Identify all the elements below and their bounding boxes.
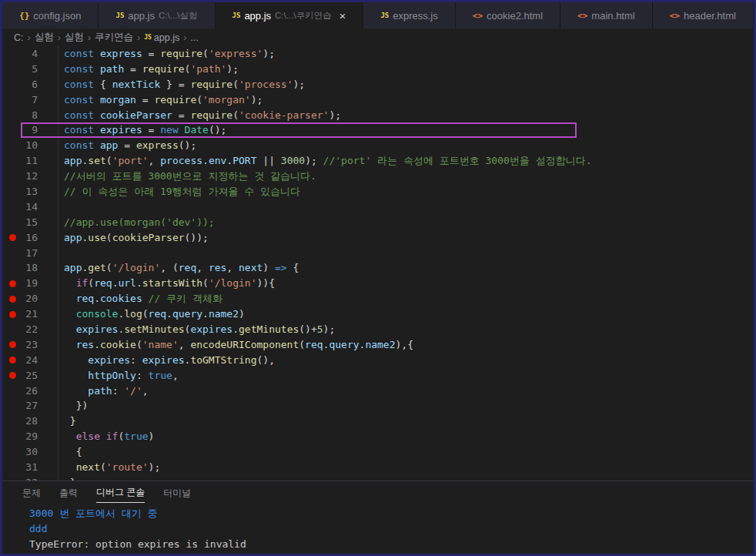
- breadcrumb-item[interactable]: 실험: [65, 31, 84, 44]
- breakpoint-icon: [9, 280, 16, 287]
- breakpoint-zone[interactable]: [2, 153, 22, 169]
- code-token: cookies: [100, 293, 142, 304]
- code-token: [64, 323, 76, 335]
- vscode-window: {}config.jsonJSapp.jsC:\...\실험JSapp.jsC:…: [0, 0, 756, 556]
- editor-tab[interactable]: <>cookie2.html: [456, 2, 560, 28]
- breakpoint-zone[interactable]: [2, 246, 22, 261]
- breadcrumb-item[interactable]: ...: [190, 32, 198, 43]
- breadcrumb-item[interactable]: 쿠키연습: [95, 31, 133, 44]
- code-token: httpOnly: [88, 370, 136, 381]
- tab-label: express.js: [393, 10, 438, 22]
- breakpoint-zone[interactable]: [2, 46, 22, 62]
- code-token: :: [112, 385, 125, 397]
- gutter-divider: [38, 306, 59, 322]
- code-token: if: [76, 277, 89, 289]
- editor-tab-bar: {}config.jsonJSapp.jsC:\...\실험JSapp.jsC:…: [2, 2, 754, 28]
- breakpoint-zone[interactable]: [2, 429, 22, 444]
- code-token: express: [136, 139, 179, 151]
- breakpoint-icon: [9, 296, 16, 303]
- breakpoint-zone[interactable]: [2, 108, 22, 123]
- breadcrumb-item[interactable]: C:: [14, 32, 24, 43]
- breakpoint-zone[interactable]: [2, 337, 22, 353]
- panel-tab[interactable]: 디버그 콘솔: [87, 481, 154, 504]
- code-token: encodeURIComponent: [190, 339, 299, 350]
- line-number: 10: [22, 138, 38, 153]
- code-token: expires: [190, 323, 232, 335]
- breakpoint-icon: [9, 341, 16, 348]
- breadcrumb-label: app.js: [154, 32, 179, 43]
- code-token: path: [88, 385, 112, 397]
- gutter-divider: [38, 322, 59, 337]
- breakpoint-zone[interactable]: [2, 122, 22, 138]
- breakpoint-zone[interactable]: [2, 291, 22, 306]
- breakpoint-zone[interactable]: [2, 138, 22, 153]
- debug-console-output[interactable]: 3000 번 포트에서 대기 중dddTypeError: option exp…: [2, 504, 754, 554]
- breakpoint-zone[interactable]: [2, 398, 22, 414]
- line-number: 24: [22, 353, 38, 368]
- code-text: // 이 속성은 아래 19행처럼 가져올 수 있습니다: [59, 184, 300, 199]
- breakpoint-zone[interactable]: [2, 460, 22, 475]
- panel-tab[interactable]: 문제: [13, 481, 50, 504]
- code-token: ),{: [396, 339, 413, 350]
- code-text: res.cookie('name', encodeURIComponent(re…: [59, 337, 413, 353]
- code-token: (: [202, 48, 209, 59]
- code-token: [64, 293, 76, 304]
- breadcrumb-item[interactable]: 실험: [35, 31, 54, 44]
- code-token: [64, 385, 88, 397]
- breakpoint-zone[interactable]: [2, 169, 22, 184]
- code-editor[interactable]: 4const express = require('express');5con…: [2, 46, 754, 481]
- code-text: app.get('/login', (req, res, next) => {: [59, 260, 299, 276]
- code-token: :: [130, 354, 142, 366]
- panel-tab[interactable]: 터미널: [154, 481, 200, 504]
- breakpoint-zone[interactable]: [2, 414, 22, 429]
- close-icon[interactable]: ×: [340, 9, 346, 22]
- breadcrumb-label: ...: [190, 32, 198, 43]
- breakpoint-zone[interactable]: [2, 92, 22, 108]
- code-token: expires: [142, 354, 185, 366]
- breadcrumb-label: C:: [14, 32, 24, 43]
- line-number: 18: [22, 260, 38, 276]
- code-token: require: [154, 94, 196, 106]
- breakpoint-zone[interactable]: [2, 384, 22, 399]
- breakpoint-zone[interactable]: [2, 199, 22, 215]
- gutter-divider: [38, 77, 59, 92]
- panel-tab[interactable]: 출력: [50, 481, 87, 504]
- breakpoint-zone[interactable]: [2, 230, 22, 246]
- breakpoint-icon: [9, 357, 16, 363]
- code-token: const: [64, 94, 100, 106]
- breadcrumb-item[interactable]: JSapp.js: [144, 32, 179, 43]
- code-text: }): [59, 398, 88, 414]
- editor-tab[interactable]: JSapp.jsC:\...\쿠키연습×: [216, 2, 364, 28]
- breakpoint-zone[interactable]: [2, 444, 22, 460]
- breakpoint-zone[interactable]: [2, 276, 22, 291]
- code-line: 7const morgan = require('morgan');: [2, 92, 754, 108]
- breakpoint-zone[interactable]: [2, 260, 22, 276]
- breakpoint-zone[interactable]: [2, 215, 22, 230]
- breakpoint-zone[interactable]: [2, 184, 22, 199]
- line-number: 16: [22, 230, 38, 246]
- code-token: 'route': [106, 461, 149, 473]
- code-token: const: [64, 48, 100, 59]
- code-token: 5: [317, 323, 323, 335]
- code-text: [59, 246, 64, 261]
- breakpoint-zone[interactable]: [2, 62, 22, 77]
- breakpoint-zone[interactable]: [2, 77, 22, 92]
- editor-tab[interactable]: JSapp.jsC:\...\실험: [99, 2, 215, 28]
- code-token: ): [263, 262, 275, 273]
- code-token: cookieParser: [112, 232, 185, 243]
- editor-tab[interactable]: <>header.html: [653, 2, 754, 28]
- code-token: require: [160, 48, 202, 59]
- breakpoint-zone[interactable]: [2, 353, 22, 368]
- editor-tab[interactable]: {}config.json: [2, 2, 99, 28]
- code-line: 17: [2, 246, 754, 261]
- breakpoint-zone[interactable]: [2, 306, 22, 322]
- breakpoint-zone[interactable]: [2, 368, 22, 384]
- editor-tab[interactable]: JSexpress.js: [363, 2, 455, 28]
- breakpoint-zone[interactable]: [2, 322, 22, 337]
- editor-tab[interactable]: <>main.html: [560, 2, 653, 28]
- code-token: );: [251, 94, 263, 106]
- code-line: 15//app.use(morgan('dev'));: [2, 215, 754, 230]
- breakpoint-zone[interactable]: [2, 475, 22, 481]
- code-text: {: [59, 444, 82, 460]
- code-token: .: [232, 323, 239, 335]
